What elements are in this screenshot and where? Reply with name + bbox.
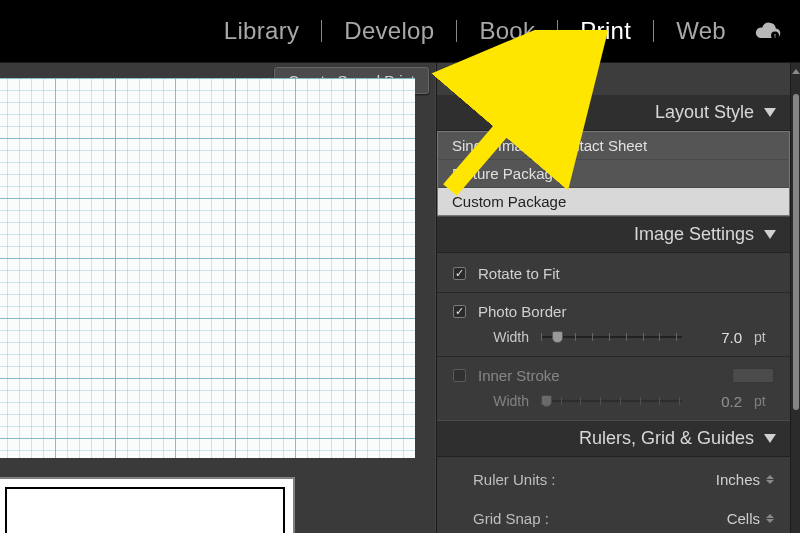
layout-option-custom-package[interactable]: Custom Package	[438, 188, 789, 215]
collapse-icon	[764, 230, 776, 239]
nav-separator	[557, 20, 558, 42]
inner-stroke-checkbox[interactable]	[453, 369, 466, 382]
module-nav: Library Develop Book Print Web !	[0, 0, 800, 62]
scrollbar-thumb[interactable]	[793, 94, 799, 410]
right-panel-group: Layout Style Single Image / Contact Shee…	[436, 63, 790, 533]
page-grid[interactable]	[0, 78, 415, 458]
photo-border-width-value[interactable]: 7.0	[694, 329, 742, 346]
collapse-icon	[764, 108, 776, 117]
module-tab-book[interactable]: Book	[475, 17, 539, 45]
panel-title: Image Settings	[634, 224, 754, 245]
rotate-to-fit-checkbox[interactable]	[453, 267, 466, 280]
unit-label: pt	[754, 329, 774, 345]
scroll-up-icon[interactable]	[792, 69, 800, 74]
nav-separator	[321, 20, 322, 42]
photo-border-preview	[5, 487, 285, 533]
layout-style-options: Single Image / Contact Sheet Picture Pac…	[437, 131, 790, 216]
panel-title: Rulers, Grid & Guides	[579, 428, 754, 449]
panel-header-image-settings[interactable]: Image Settings	[437, 216, 790, 253]
divider	[437, 292, 790, 293]
module-tab-print[interactable]: Print	[576, 17, 635, 45]
collapse-icon	[764, 434, 776, 443]
photo-border-checkbox[interactable]	[453, 305, 466, 318]
photo-cell[interactable]	[0, 477, 295, 533]
image-settings-body: Rotate to Fit Photo Border Width 7.0 pt	[437, 253, 790, 420]
nav-separator	[456, 20, 457, 42]
cloud-sync-icon[interactable]: !	[754, 21, 782, 41]
panel-title: Layout Style	[655, 102, 754, 123]
svg-text:!: !	[774, 32, 776, 39]
module-tab-library[interactable]: Library	[220, 17, 303, 45]
divider	[437, 356, 790, 357]
panel-header-layout-style[interactable]: Layout Style	[437, 95, 790, 131]
photo-border-width-slider[interactable]	[541, 328, 682, 346]
workspace: Create Saved Print Layout Style Single I…	[0, 62, 800, 533]
unit-label: pt	[754, 393, 774, 409]
module-tab-develop[interactable]: Develop	[340, 17, 438, 45]
panel-header-rulers[interactable]: Rulers, Grid & Guides	[437, 420, 790, 457]
module-tab-web[interactable]: Web	[672, 17, 730, 45]
layout-option-picture-package[interactable]: Picture Package	[438, 160, 789, 188]
nav-separator	[653, 20, 654, 42]
layout-option-single-image[interactable]: Single Image / Contact Sheet	[438, 132, 789, 160]
rotate-to-fit-label: Rotate to Fit	[478, 265, 560, 282]
print-canvas: Create Saved Print	[0, 63, 436, 533]
inner-stroke-label: Inner Stroke	[478, 367, 560, 384]
grid-snap-label: Grid Snap :	[473, 510, 549, 527]
ruler-units-value[interactable]: Inches	[716, 471, 760, 488]
ruler-units-stepper[interactable]	[766, 475, 774, 484]
inner-stroke-width-slider[interactable]	[541, 392, 682, 410]
photo-border-label: Photo Border	[478, 303, 566, 320]
ruler-units-label: Ruler Units :	[473, 471, 556, 488]
inner-stroke-width-value[interactable]: 0.2	[694, 393, 742, 410]
inner-stroke-width-label: Width	[479, 393, 529, 409]
grid-snap-stepper[interactable]	[766, 514, 774, 523]
grid-snap-value[interactable]: Cells	[727, 510, 760, 527]
photo-border-width-label: Width	[479, 329, 529, 345]
right-scrollbar[interactable]	[790, 63, 800, 533]
inner-stroke-color-swatch[interactable]	[732, 368, 774, 383]
rulers-body: Ruler Units : Inches Grid Snap : Cells S…	[437, 457, 790, 533]
